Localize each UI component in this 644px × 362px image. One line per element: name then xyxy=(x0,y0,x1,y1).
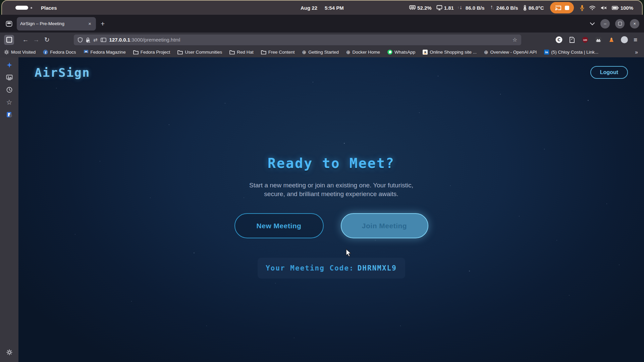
bookmark-label: Docker Home xyxy=(353,50,380,55)
bookmark-item[interactable]: User Communities xyxy=(177,50,222,55)
monitor-icon xyxy=(436,5,442,10)
extension-page-icon[interactable] xyxy=(569,36,576,44)
shield-toggle-icon[interactable]: ⇄ xyxy=(93,37,98,43)
bookmarks-overflow-icon[interactable]: » xyxy=(635,49,644,55)
battery-icon xyxy=(612,6,619,10)
maximize-button[interactable] xyxy=(615,19,625,28)
bookmark-item[interactable]: Free Content xyxy=(261,50,295,55)
extension-tampermonkey-icon[interactable] xyxy=(595,36,602,44)
date-label: Aug 22 xyxy=(301,5,317,11)
tab-bar: AirSign – Pre-Meeting × + – × xyxy=(0,15,644,33)
bookmark-label: Red Hat xyxy=(237,50,254,55)
bookmark-item[interactable]: Most Visited xyxy=(4,50,36,55)
meeting-code-label: Your Meeting Code: xyxy=(266,264,354,272)
extension-ublock-icon[interactable]: UD xyxy=(582,36,589,44)
airsign-app: AirSign Logout Ready to Meet? Start a ne… xyxy=(18,57,644,362)
firefox-view-button[interactable] xyxy=(4,19,14,29)
gear-icon xyxy=(4,50,9,55)
bookmarks-icon[interactable]: ☆ xyxy=(0,97,18,107)
sidebar-toggle-button[interactable] xyxy=(4,35,14,45)
forward-button[interactable]: → xyxy=(31,35,42,45)
screencast-indicator[interactable] xyxy=(550,2,574,13)
temperature-indicator[interactable]: 86.0°C xyxy=(523,5,544,11)
extension-privacy-badger-icon[interactable] xyxy=(608,36,615,44)
back-button[interactable]: ← xyxy=(20,35,31,45)
time-label: 5:54 PM xyxy=(325,5,344,11)
address-bar[interactable]: ⇄ 127.0.0.1:3000/premeeting.html ☆ xyxy=(74,35,521,45)
bookmark-item[interactable]: ⊕Getting Started xyxy=(302,50,339,55)
battery-indicator[interactable]: 100% xyxy=(612,5,633,11)
extension-clearurls-icon[interactable]: C xyxy=(555,36,563,44)
list-tabs-button[interactable] xyxy=(590,22,595,25)
shield-icon[interactable] xyxy=(78,37,83,43)
svg-text:f: f xyxy=(45,51,47,54)
bookmark-item[interactable]: Fedora Project xyxy=(133,50,170,55)
bookmark-label: Online Shopping site ... xyxy=(430,50,477,55)
globe-icon: ⊕ xyxy=(484,50,488,55)
microphone-icon[interactable] xyxy=(580,5,584,11)
wifi-icon[interactable] xyxy=(589,5,596,10)
globe-icon: ⊕ xyxy=(346,50,351,55)
volume-muted-icon[interactable] xyxy=(600,5,607,10)
amazon-icon: a xyxy=(423,50,428,55)
browser-tab[interactable]: AirSign – Pre-Meeting × xyxy=(17,17,96,31)
bookmark-label: (5) Chloy Costa | Link... xyxy=(551,50,598,55)
activities-indicator[interactable] xyxy=(15,6,32,10)
stop-recording-icon xyxy=(565,6,569,10)
app-header: AirSign Logout xyxy=(18,57,644,87)
svg-text:UD: UD xyxy=(583,39,587,41)
close-button[interactable]: × xyxy=(630,19,639,28)
bookmark-label: Free Content xyxy=(268,50,295,55)
new-tab-button[interactable]: + xyxy=(96,20,109,28)
whatsapp-icon xyxy=(387,50,392,55)
sidebar-settings-gear-icon[interactable] xyxy=(0,347,18,357)
clock-menu[interactable]: Aug 22 5:54 PM xyxy=(301,5,344,11)
sidebar-toggle-icon xyxy=(6,37,12,43)
ai-chatbot-icon[interactable] xyxy=(0,60,18,70)
folder-icon xyxy=(133,50,139,55)
synced-tabs-icon[interactable] xyxy=(0,72,18,82)
download-indicator[interactable]: ↑↓ 86.0 B/s xyxy=(459,5,485,11)
folder-icon xyxy=(177,50,183,55)
bookmark-item[interactable]: in(5) Chloy Costa | Link... xyxy=(544,50,598,55)
folder-icon xyxy=(261,50,266,55)
bookmark-item[interactable]: fFedora Docs xyxy=(43,50,76,55)
memory-indicator[interactable]: 52.2% xyxy=(409,5,432,11)
bookmark-item[interactable]: MFedora Magazine xyxy=(84,50,126,55)
fedora-icon: f xyxy=(43,50,48,55)
reload-button[interactable]: ↻ xyxy=(42,35,52,45)
new-meeting-button[interactable]: New Meeting xyxy=(234,213,324,238)
container-profile-icon[interactable] xyxy=(0,110,18,120)
history-icon[interactable] xyxy=(0,85,18,95)
account-avatar[interactable] xyxy=(621,36,628,43)
svg-text:C: C xyxy=(558,38,561,42)
bookmark-item[interactable]: aOnline Shopping site ... xyxy=(423,50,477,55)
load-indicator[interactable]: 1.81 xyxy=(436,5,454,11)
tab-title: AirSign – Pre-Meeting xyxy=(20,21,87,26)
picture-in-picture-icon[interactable] xyxy=(101,38,106,42)
gnome-top-bar: Places Aug 22 5:54 PM 52.2% 1.81 ↑↓ 86.0… xyxy=(1,0,643,15)
bookmark-star-icon[interactable]: ☆ xyxy=(513,37,517,43)
places-menu[interactable]: Places xyxy=(41,5,57,11)
lock-icon[interactable] xyxy=(86,37,90,43)
bookmarks-bar: Most VisitedfFedora DocsMFedora Magazine… xyxy=(0,47,644,57)
minimize-button[interactable]: – xyxy=(600,19,610,28)
bookmark-label: Fedora Magazine xyxy=(91,50,126,55)
folder-icon xyxy=(229,50,235,55)
bookmark-label: WhatsApp xyxy=(394,50,415,55)
bookmark-item[interactable]: WhatsApp xyxy=(387,50,415,55)
svg-text:a: a xyxy=(424,50,426,54)
join-meeting-button[interactable]: Join Meeting xyxy=(341,213,428,238)
logout-button[interactable]: Logout xyxy=(590,66,628,79)
bookmark-item[interactable]: ⊕Docker Home xyxy=(346,50,380,55)
tab-close-icon[interactable]: × xyxy=(87,21,93,26)
bookmark-item[interactable]: Red Hat xyxy=(229,50,254,55)
navigation-bar: ← → ↻ ⇄ 127.0.0.1:3000/premeeting.html ☆… xyxy=(0,33,644,47)
bookmark-label: Fedora Docs xyxy=(50,50,76,55)
vertical-tabs-sidebar: ☆ xyxy=(0,57,18,362)
meeting-code-value: DHRNMXL9 xyxy=(358,264,397,272)
menu-button[interactable]: ≡ xyxy=(634,36,637,44)
bookmark-item[interactable]: ⊕Overview - OpenAI API xyxy=(484,50,537,55)
memory-icon xyxy=(409,5,416,10)
upload-indicator[interactable]: ↑↓ 246.0 B/s xyxy=(489,5,518,11)
